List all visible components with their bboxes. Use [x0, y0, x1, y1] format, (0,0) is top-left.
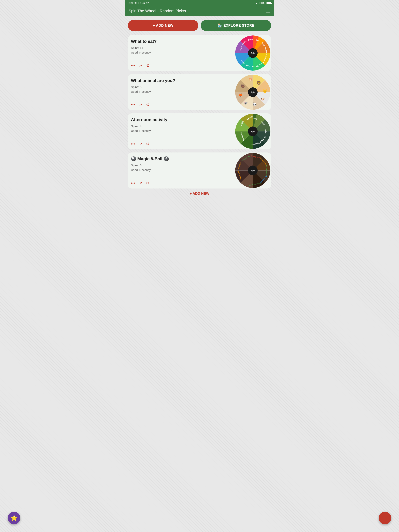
more-options-icon-3[interactable]: •••: [131, 142, 135, 146]
share-icon-3[interactable]: ↗: [139, 142, 142, 146]
wheel-thumb-3[interactable]: Jogging Watch TV Party Go out Relax Cook…: [234, 113, 271, 149]
explore-store-button[interactable]: 🏪 EXPLORE STORE: [201, 20, 271, 31]
wheel-thumb-1[interactable]: Sushi Burrito Pizza Taco Steak Sandwich …: [234, 35, 271, 71]
status-date: Fri Jul 12: [138, 1, 149, 5]
card-info-4: 🎱 Magic 8-Ball 🎱 Spins: 6 Used: Recently…: [128, 152, 234, 189]
more-options-icon-1[interactable]: •••: [131, 63, 135, 68]
svg-text:It is decidedly so: It is decidedly so: [266, 165, 268, 177]
store-icon: 🏪: [217, 23, 222, 28]
svg-text:Spin: Spin: [251, 170, 255, 172]
svg-text:Spin: Spin: [251, 130, 255, 133]
card-stats-1: Spins: 11 Used: Recently: [131, 45, 231, 55]
used-label-1: Used: Recently: [131, 50, 231, 55]
svg-text:🐨: 🐨: [244, 101, 248, 105]
bottom-add-new-button[interactable]: + ADD NEW: [128, 192, 271, 196]
settings-icon-1[interactable]: ⚙: [146, 63, 150, 68]
card-title-3: Afternoon activity: [131, 117, 231, 122]
svg-text:🐱: 🐱: [262, 89, 267, 93]
settings-icon-2[interactable]: ⚙: [146, 102, 150, 107]
card-info-2: What animal are you? Spins: 5 Used: Rece…: [128, 74, 234, 110]
card-afternoon-activity: Afternoon activity Spins: 4 Used: Recent…: [128, 113, 271, 149]
settings-icon-4[interactable]: ⚙: [146, 181, 150, 185]
card-info-1: What to eat? Spins: 11 Used: Recently ••…: [128, 35, 234, 71]
main-content: + ADD NEW 🏪 EXPLORE STORE What to eat? S…: [125, 16, 274, 225]
wifi-icon: [255, 1, 257, 5]
hamburger-menu[interactable]: [266, 10, 270, 13]
used-label-3: Used: Recently: [131, 128, 231, 133]
share-icon-1[interactable]: ↗: [139, 63, 142, 68]
card-magic-8-ball: 🎱 Magic 8-Ball 🎱 Spins: 6 Used: Recently…: [128, 152, 271, 189]
svg-text:🐶: 🐶: [261, 97, 265, 101]
svg-text:🐼: 🐼: [253, 102, 257, 106]
more-options-icon-4[interactable]: •••: [131, 181, 135, 185]
share-icon-4[interactable]: ↗: [139, 181, 142, 185]
share-icon-2[interactable]: ↗: [139, 102, 142, 107]
battery-icon: [266, 2, 271, 4]
card-actions-4: ••• ↗ ⚙: [131, 181, 231, 185]
card-title-2: What animal are you?: [131, 78, 231, 83]
spins-label-2: Spins: 5: [131, 85, 231, 89]
svg-text:🐻: 🐻: [241, 84, 245, 88]
card-title-1: What to eat?: [131, 39, 231, 44]
used-label-2: Used: Recently: [131, 89, 231, 94]
card-actions-1: ••• ↗ ⚙: [131, 63, 231, 68]
svg-text:Spin: Spin: [251, 91, 255, 94]
card-what-animal: What animal are you? Spins: 5 Used: Rece…: [128, 74, 271, 110]
spins-label-1: Spins: 11: [131, 45, 231, 50]
svg-text:Spin: Spin: [251, 52, 255, 54]
explore-store-label: EXPLORE STORE: [224, 24, 254, 28]
spins-label-3: Spins: 4: [131, 124, 231, 128]
svg-text:🦊: 🦊: [239, 93, 243, 97]
spins-label-4: Spins: 6: [131, 163, 231, 168]
card-actions-2: ••• ↗ ⚙: [131, 102, 231, 107]
card-what-to-eat: What to eat? Spins: 11 Used: Recently ••…: [128, 35, 271, 71]
svg-text:Relax: Relax: [265, 129, 267, 133]
card-actions-3: ••• ↗ ⚙: [131, 142, 231, 146]
card-title-4: 🎱 Magic 8-Ball 🎱: [131, 156, 231, 161]
more-options-icon-2[interactable]: •••: [131, 103, 135, 107]
app-title: Spin The Wheel - Random Picker: [129, 9, 186, 13]
card-stats-2: Spins: 5 Used: Recently: [131, 85, 231, 94]
used-label-4: Used: Recently: [131, 168, 231, 172]
battery-percent: 100%: [258, 1, 265, 5]
settings-icon-3[interactable]: ⚙: [146, 142, 150, 146]
svg-text:🦁: 🦁: [256, 81, 261, 85]
card-stats-4: Spins: 6 Used: Recently: [131, 163, 231, 172]
action-buttons: + ADD NEW 🏪 EXPLORE STORE: [128, 20, 271, 31]
card-info-3: Afternoon activity Spins: 4 Used: Recent…: [128, 113, 234, 149]
status-bar: 9:09 PM Fri Jul 12 100%: [125, 0, 274, 6]
wheel-thumb-2[interactable]: 🦁 🐱 🐶 🐼 🐨 🦊 🐻 🐹 Spin: [234, 74, 271, 110]
card-stats-3: Spins: 4 Used: Recently: [131, 124, 231, 133]
wheel-thumb-4[interactable]: Most likely Ask again later My reply is …: [234, 152, 271, 189]
status-time: 9:09 PM: [128, 1, 137, 5]
app-header: Spin The Wheel - Random Picker: [125, 6, 274, 16]
add-new-button[interactable]: + ADD NEW: [128, 20, 198, 31]
svg-text:🐹: 🐹: [249, 77, 252, 81]
